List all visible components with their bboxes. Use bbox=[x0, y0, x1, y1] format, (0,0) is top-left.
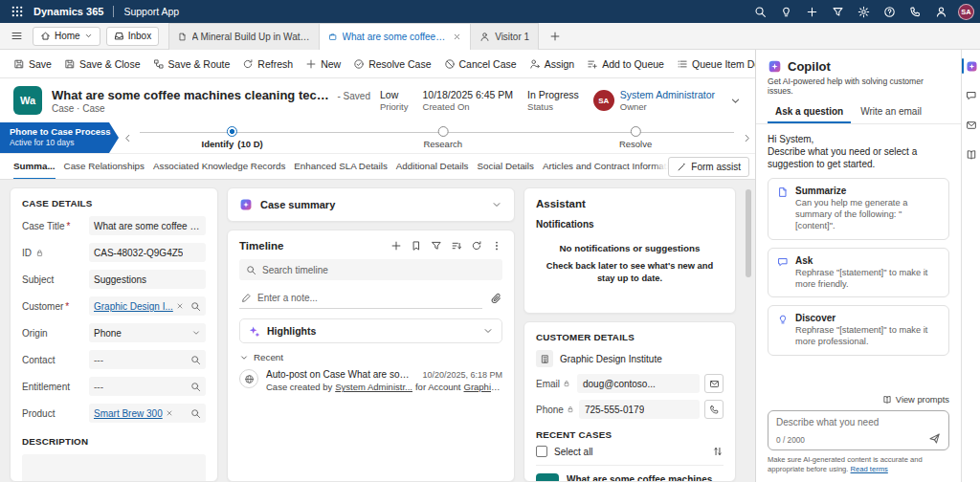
suggestion-card-discover[interactable]: Discover Rephrase "[statement]" to make … bbox=[768, 305, 949, 356]
tab-social-details[interactable]: Social Details bbox=[478, 154, 534, 180]
account-record-link[interactable]: Graphic Design Inst... bbox=[464, 382, 503, 392]
timeline-filter-icon[interactable] bbox=[431, 240, 442, 252]
session-tab-coffee-machines[interactable]: What are some coffee mac... bbox=[320, 23, 471, 50]
timeline-more-icon[interactable] bbox=[491, 240, 502, 252]
brand-title[interactable]: Dynamics 365 bbox=[33, 6, 103, 17]
lookup-search-icon[interactable] bbox=[190, 301, 201, 312]
cancel-case-button[interactable]: Cancel Case bbox=[438, 53, 523, 76]
send-icon[interactable] bbox=[928, 432, 941, 445]
stage-resolve[interactable]: Resolve bbox=[619, 126, 652, 149]
tab-enhanced-sla-details[interactable]: Enhanced SLA Details bbox=[294, 154, 388, 180]
remove-value-icon[interactable] bbox=[166, 409, 173, 417]
assign-button[interactable]: Assign bbox=[523, 53, 581, 76]
lookup-search-icon[interactable] bbox=[190, 382, 201, 392]
lookup-search-icon[interactable] bbox=[190, 408, 201, 419]
stage-identify[interactable]: Identify(10 D) bbox=[202, 126, 263, 149]
tab-summary[interactable]: Summa... bbox=[13, 154, 56, 180]
read-terms-link[interactable]: Read terms bbox=[851, 465, 888, 473]
select-all-checkbox[interactable] bbox=[536, 446, 547, 457]
timeline-bookmark-icon[interactable] bbox=[411, 240, 422, 252]
save-button[interactable]: Save bbox=[8, 53, 57, 76]
note-entry-box[interactable] bbox=[239, 288, 482, 309]
copilot-lightbulb-icon[interactable] bbox=[774, 0, 797, 23]
remove-value-icon[interactable] bbox=[176, 302, 184, 310]
refresh-button[interactable]: Refresh bbox=[236, 53, 299, 76]
timeline-entry-autopost[interactable]: Auto-post on Case What are some coffee m… bbox=[239, 369, 502, 392]
tab-additional-details[interactable]: Additional Details bbox=[396, 154, 469, 180]
new-button[interactable]: New bbox=[300, 53, 346, 76]
home-button[interactable]: Home bbox=[33, 27, 100, 46]
timeline-refresh-icon[interactable] bbox=[471, 240, 482, 252]
bpf-scroll-left-icon[interactable] bbox=[119, 122, 136, 153]
timeline-add-icon[interactable] bbox=[390, 240, 402, 252]
chevron-down-icon[interactable] bbox=[482, 325, 494, 337]
owner-record-link[interactable]: System Administr... bbox=[335, 382, 412, 392]
origin-dropdown[interactable]: Phone bbox=[89, 323, 206, 342]
subject-input[interactable]: Suggestions bbox=[89, 270, 206, 289]
new-session-plus-icon[interactable] bbox=[545, 26, 566, 47]
suggestion-card-ask[interactable]: Ask Rephrase "[statement]" to make it mo… bbox=[768, 248, 949, 298]
description-textarea[interactable] bbox=[22, 454, 206, 482]
session-tab-visitor[interactable]: Visitor 1 bbox=[471, 23, 539, 50]
customer-lookup-link[interactable]: Graphic Design I... bbox=[94, 301, 173, 312]
save-and-route-button[interactable]: Save & Route bbox=[147, 53, 236, 76]
save-and-close-button[interactable]: Save & Close bbox=[58, 53, 146, 76]
view-prompts-button[interactable]: View prompts bbox=[882, 395, 949, 405]
settings-gear-icon[interactable] bbox=[852, 0, 875, 23]
product-lookup-link[interactable]: Smart Brew 300 bbox=[94, 408, 163, 419]
email-pane-icon[interactable] bbox=[962, 117, 980, 134]
user-avatar[interactable]: SA bbox=[958, 4, 974, 20]
owner-field[interactable]: SA System Administrator Owner bbox=[593, 89, 715, 112]
product-lookup[interactable]: Smart Brew 300 bbox=[89, 404, 206, 423]
tab-associated-knowledge-records[interactable]: Associated Knowledge Records bbox=[153, 154, 285, 180]
lookup-search-icon[interactable] bbox=[190, 355, 201, 365]
timeline-search-box[interactable] bbox=[239, 259, 502, 280]
contact-lookup[interactable]: --- bbox=[89, 350, 206, 369]
phone-dialer-icon[interactable] bbox=[903, 0, 926, 23]
attachment-paperclip-icon[interactable] bbox=[490, 293, 502, 305]
copilot-input-box[interactable]: 0 / 2000 bbox=[768, 410, 949, 450]
tab-articles-contract-information[interactable]: Articles and Contract Information bbox=[543, 154, 679, 180]
filter-icon[interactable] bbox=[826, 0, 849, 23]
call-phone-icon[interactable] bbox=[704, 400, 724, 419]
session-tab-mineral-buildup[interactable]: A Mineral Build Up in Water Su... bbox=[168, 23, 320, 50]
process-badge[interactable]: Phone to Case Process Active for 10 days bbox=[0, 122, 119, 153]
stage-research[interactable]: Research bbox=[423, 126, 462, 149]
suggestion-card-summarize[interactable]: Summarize Can you help me generate a sum… bbox=[768, 178, 949, 240]
search-icon[interactable] bbox=[748, 0, 771, 23]
case-title-input[interactable]: What are some coffee ma... bbox=[89, 216, 206, 235]
tab-case-relationships[interactable]: Case Relationships bbox=[64, 154, 145, 180]
send-email-icon[interactable] bbox=[704, 374, 724, 393]
customer-lookup[interactable]: Graphic Design I... bbox=[89, 296, 206, 316]
note-input[interactable] bbox=[257, 293, 480, 303]
copilot-pane-icon[interactable] bbox=[962, 57, 980, 75]
owner-link[interactable]: System Administrator bbox=[620, 89, 715, 100]
account-person-icon[interactable] bbox=[929, 0, 952, 23]
case-summary-card[interactable]: Case summary bbox=[227, 187, 515, 222]
customer-account-name[interactable]: Graphic Design Institute bbox=[560, 354, 662, 364]
chat-pane-icon[interactable] bbox=[962, 87, 980, 104]
scrollbar-thumb[interactable] bbox=[746, 189, 751, 277]
help-icon[interactable] bbox=[878, 0, 901, 23]
add-to-queue-button[interactable]: Add to Queue bbox=[581, 53, 670, 76]
sort-arrows-icon[interactable] bbox=[712, 446, 724, 457]
copilot-prompt-input[interactable] bbox=[776, 417, 941, 427]
resolve-case-button[interactable]: Resolve Case bbox=[347, 53, 436, 76]
close-tab-icon[interactable] bbox=[453, 33, 461, 41]
tab-ask-a-question[interactable]: Ask a question bbox=[768, 102, 851, 123]
entitlement-lookup[interactable]: --- bbox=[89, 377, 206, 396]
customer-account-row[interactable]: Graphic Design Institute bbox=[536, 350, 724, 367]
vertical-scrollbar[interactable] bbox=[745, 187, 753, 482]
form-assist-button[interactable]: Form assist bbox=[668, 157, 749, 177]
tab-write-an-email[interactable]: Write an email bbox=[853, 102, 929, 123]
recent-case-list-item[interactable]: Wa What are some coffee machines ... Act… bbox=[536, 465, 724, 482]
quick-create-icon[interactable] bbox=[800, 0, 823, 23]
waffle-menu-icon[interactable] bbox=[6, 0, 29, 23]
timeline-search-input[interactable] bbox=[262, 265, 496, 275]
knowledge-pane-icon[interactable] bbox=[962, 146, 980, 164]
expand-header-chevron-icon[interactable] bbox=[729, 95, 742, 107]
bpf-scroll-right-icon[interactable] bbox=[738, 122, 755, 153]
timeline-sort-icon[interactable] bbox=[451, 240, 462, 252]
sitemap-toggle-icon[interactable] bbox=[6, 26, 27, 47]
recent-group-toggle[interactable]: Recent bbox=[239, 352, 502, 362]
